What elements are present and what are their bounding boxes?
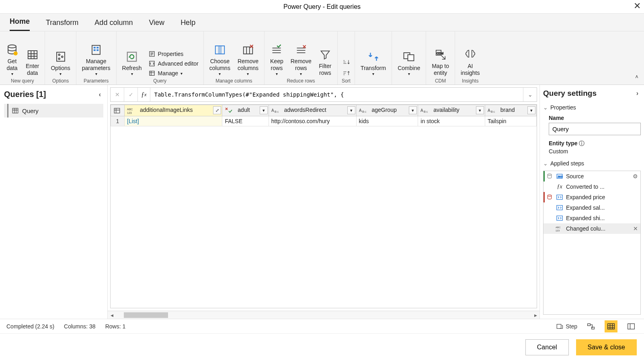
step-settings-button[interactable]: ⚙ [633,173,638,179]
svg-rect-24 [114,108,120,113]
options-button[interactable]: Options▾ [49,50,72,77]
choose-columns-button[interactable]: Choose columns▾ [208,43,232,77]
svg-point-0 [8,45,16,48]
svg-text:A: A [420,108,423,113]
steps-toggle[interactable]: ⌄ [543,160,548,167]
column-filter-button[interactable]: ▾ [347,106,355,114]
get-data-button[interactable]: Get data▾ [4,43,20,77]
svg-rect-17 [218,46,222,54]
cancel-button[interactable]: Cancel [525,339,569,355]
cell[interactable]: Tailspin [485,116,536,126]
formula-input[interactable] [150,88,523,101]
transform-button[interactable]: Transform▾ [359,50,388,77]
scroll-left-button[interactable]: ◂ [108,311,116,319]
combine-button[interactable]: Combine▾ [396,50,422,77]
choose-columns-icon [213,43,226,56]
svg-rect-12 [127,52,137,62]
svg-text:C: C [493,111,495,113]
column-filter-button[interactable]: ▾ [476,106,484,114]
delete-step-button[interactable]: ✕ [633,225,638,232]
info-icon[interactable]: ⓘ [579,140,585,146]
svg-text:A: A [488,108,490,113]
tab-transform[interactable]: Transform [46,19,78,31]
column-filter-button[interactable]: ▾ [409,106,417,114]
advanced-editor-button[interactable]: Advanced editor [148,60,199,68]
step-button[interactable]: Step [556,323,577,330]
list-link[interactable]: [List] [127,118,139,124]
type-text-icon: ABC [488,107,497,114]
keep-rows-button[interactable]: Keep rows▾ [269,43,285,77]
combine-icon [402,50,415,63]
scroll-thumb[interactable] [124,312,168,318]
tab-add-column[interactable]: Add column [94,19,133,31]
editor-icon [148,60,156,67]
step-label: Source [566,173,584,179]
cell[interactable]: http://contoso.com/hury [269,116,356,126]
refresh-button[interactable]: Refresh▾ [121,50,144,77]
properties-button[interactable]: Properties [148,50,199,58]
sort-desc-button[interactable] [342,69,351,77]
cell[interactable]: in stock [418,116,485,126]
step-item[interactable]: Expanded price [544,192,640,202]
step-label: Expanded sal... [566,204,605,211]
step-item[interactable]: ƒx Converted to ... [544,182,640,192]
formula-confirm-button[interactable]: ✓ [124,88,138,101]
map-to-entity-button[interactable]: CDM Map to entity [430,47,451,77]
collapse-settings-button[interactable]: › [634,89,641,98]
svg-rect-8 [94,47,96,49]
grid-view-button[interactable] [605,320,617,332]
step-item[interactable]: JSON Source ⚙ [544,171,640,182]
cell[interactable]: kids [356,116,418,126]
ribbon-group-insights: AI insights Insights [455,31,485,85]
column-filter-button[interactable]: ▾ [527,106,535,114]
scroll-right-button[interactable]: ▸ [531,311,539,319]
tab-view[interactable]: View [149,19,164,31]
cell[interactable]: FALSE [222,116,269,126]
step-item[interactable]: Expanded sal... [544,202,640,213]
query-name-input[interactable] [549,123,641,135]
remove-rows-button[interactable]: Remove rows▾ [289,43,313,77]
column-header[interactable]: adult ▾ [222,105,269,116]
properties-toggle[interactable]: ⌄ [543,104,548,111]
svg-text:CDM: CDM [437,52,443,55]
column-header[interactable]: ABC ageGroup ▾ [356,105,418,116]
save-close-button[interactable]: Save & close [576,339,637,355]
column-header[interactable]: ABC adwordsRedirect ▾ [269,105,356,116]
column-header[interactable]: ABC brand ▾ [485,105,536,116]
query-list-item[interactable]: Query [4,104,103,118]
step-item[interactable]: ABC123 Changed colu... ✕ [544,223,640,234]
enter-data-button[interactable]: Enter data [24,47,41,77]
expand-column-button[interactable]: ⤢ [213,106,221,114]
tab-help[interactable]: Help [180,19,195,31]
close-button[interactable]: ✕ [634,1,641,11]
manage-button[interactable]: Manage ▾ [148,69,199,77]
title-bar: Power Query - Edit queries ✕ [0,0,644,14]
source-icon: JSON [556,173,564,180]
tab-home[interactable]: Home [10,17,30,31]
column-header[interactable]: ABC availability ▾ [418,105,485,116]
table-row[interactable]: 1 [List] FALSE http://contoso.com/hury k… [111,116,537,126]
collapse-queries-button[interactable]: ‹ [96,90,103,99]
remove-columns-button[interactable]: Remove columns▾ [236,43,260,77]
step-item[interactable]: Expanded shi... [544,213,640,223]
status-columns: Columns: 38 [64,323,96,330]
type-any-icon: ABC123 [127,107,137,114]
column-filter-button[interactable]: ▾ [260,106,268,114]
table-corner[interactable] [111,105,125,116]
filter-rows-button[interactable]: Filter rows [317,47,333,77]
diagram-view-button[interactable] [585,320,597,332]
menu-tabs: Home Transform Add column View Help [0,14,644,31]
ai-insights-button[interactable]: AI insights [459,47,481,77]
horizontal-scrollbar[interactable]: ◂ ▸ [108,311,539,319]
group-label: Reduce rows [287,78,315,84]
sort-asc-button[interactable] [342,58,351,66]
ribbon-collapse-button[interactable]: ＾ [634,74,640,82]
svg-rect-50 [592,327,595,329]
data-grid[interactable]: ABC123 additionalImageLinks ⤢ adult ▾ AB… [110,104,537,308]
manage-parameters-button[interactable]: Manage parameters▾ [80,43,112,77]
formula-cancel-button[interactable]: ✕ [111,88,124,101]
column-header[interactable]: ABC123 additionalImageLinks ⤢ [125,105,222,116]
schema-view-button[interactable] [625,320,638,332]
formula-expand-button[interactable]: ⌄ [523,88,537,101]
svg-rect-43 [557,195,562,199]
